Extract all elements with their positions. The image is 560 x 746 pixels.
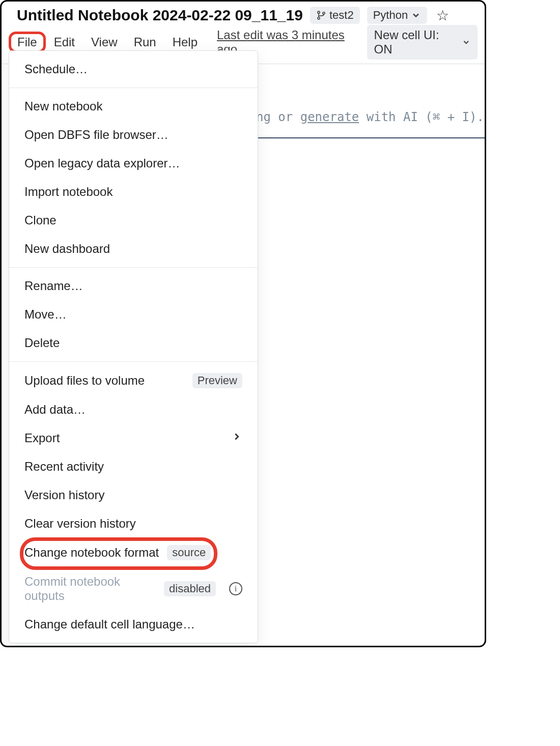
file-menu-upload-files[interactable]: Upload files to volume Preview <box>9 366 258 395</box>
new-cell-ui-label: New cell UI: ON <box>374 28 458 56</box>
file-menu-recent-activity[interactable]: Recent activity <box>9 452 258 481</box>
cell-hint-generate: generate <box>300 110 359 124</box>
svg-point-2 <box>323 12 325 14</box>
file-menu-import-notebook[interactable]: Import notebook <box>9 178 258 206</box>
svg-point-1 <box>318 17 320 19</box>
file-menu-new-notebook[interactable]: New notebook <box>9 92 258 121</box>
new-cell-ui-toggle[interactable]: New cell UI: ON <box>367 25 478 60</box>
svg-point-0 <box>318 11 320 13</box>
cluster-pill[interactable]: test2 <box>310 7 360 24</box>
favorite-star-icon[interactable]: ☆ <box>436 7 449 24</box>
preview-badge: Preview <box>192 373 242 388</box>
file-menu-open-dbfs[interactable]: Open DBFS file browser… <box>9 121 258 149</box>
notebook-title[interactable]: Untitled Notebook 2024-02-22 09_11_19 <box>17 7 303 24</box>
menu-help[interactable]: Help <box>164 32 206 52</box>
file-menu-commit-outputs-label: Commit notebook outputs <box>24 575 156 603</box>
file-menu-schedule[interactable]: Schedule… <box>9 55 258 83</box>
file-menu-change-default-lang[interactable]: Change default cell language… <box>9 610 258 639</box>
file-menu-version-history[interactable]: Version history <box>9 481 258 509</box>
language-label: Python <box>373 9 408 22</box>
menu-view[interactable]: View <box>83 32 126 52</box>
file-menu-clear-version-history[interactable]: Clear version history <box>9 509 258 538</box>
chevron-down-icon <box>411 10 421 20</box>
header-bar: Untitled Notebook 2024-02-22 09_11_19 te… <box>2 2 485 24</box>
file-menu-rename[interactable]: Rename… <box>9 272 258 300</box>
file-menu-open-legacy[interactable]: Open legacy data explorer… <box>9 149 258 178</box>
file-menu-move[interactable]: Move… <box>9 300 258 329</box>
cell-hint-prefix: ng or <box>256 110 300 124</box>
file-menu-add-data[interactable]: Add data… <box>9 395 258 424</box>
cell-hint-suffix: with AI (⌘ + I)... <box>359 110 486 124</box>
source-badge: source <box>167 545 211 560</box>
menu-file[interactable]: File <box>9 32 46 53</box>
file-menu-upload-files-label: Upload files to volume <box>24 374 145 388</box>
file-menu-change-format[interactable]: Change notebook format source <box>9 538 258 567</box>
file-menu-delete[interactable]: Delete <box>9 329 258 357</box>
file-menu-new-dashboard[interactable]: New dashboard <box>9 235 258 263</box>
disabled-badge: disabled <box>164 581 216 596</box>
file-menu-dropdown: Schedule… New notebook Open DBFS file br… <box>9 50 258 643</box>
file-menu-export-label: Export <box>24 431 60 445</box>
language-pill[interactable]: Python <box>367 7 428 24</box>
chevron-right-icon <box>231 431 242 445</box>
file-menu-export[interactable]: Export <box>9 424 258 452</box>
info-icon[interactable]: i <box>229 582 242 595</box>
git-branch-icon <box>316 10 326 20</box>
file-menu-change-format-label: Change notebook format <box>24 546 159 560</box>
chevron-down-icon <box>462 38 470 47</box>
cluster-label: test2 <box>329 9 354 22</box>
file-menu-clone[interactable]: Clone <box>9 206 258 235</box>
menu-run[interactable]: Run <box>126 32 164 52</box>
menu-edit[interactable]: Edit <box>46 32 83 52</box>
file-menu-commit-outputs: Commit notebook outputs disabled i <box>9 567 258 610</box>
